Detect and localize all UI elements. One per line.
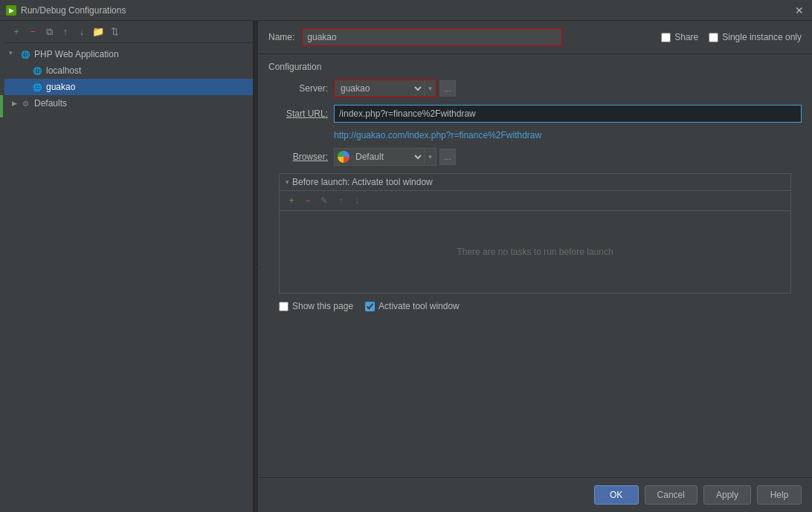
browser-dropdown-container: Default Chrome Firefox ▼ … [334,148,456,166]
config-tree: ▾ 🌐 PHP Web Application 🌐 localhost 🌐 gu… [4,43,253,512]
show-page-group: Show this page [279,301,353,311]
title-bar: ▶ Run/Debug Configurations ✕ [0,0,812,21]
remove-config-button[interactable]: − [25,25,40,39]
left-edge-accent [0,95,3,117]
move-down-button[interactable]: ↓ [74,25,89,39]
share-checkbox-group: Share [661,32,698,42]
guakao-icon: 🌐 [31,81,43,93]
cancel-button[interactable]: Cancel [645,485,697,505]
ok-button[interactable]: OK [594,485,639,505]
bl-up-button[interactable]: ↑ [333,193,348,208]
single-instance-label: Single instance only [722,32,802,42]
expand-icon: ▾ [9,49,19,59]
start-url-label: Start URL: [268,108,328,119]
localhost-icon: 🌐 [31,65,43,77]
browser-select[interactable]: Default Chrome Firefox [349,149,424,165]
share-label: Share [674,32,698,42]
server-label: Server: [268,83,328,94]
server-dropdown-container: guakao localhost ▼ … [334,80,456,97]
before-launch-content: There are no tasks to run before launch [280,211,790,293]
before-launch-toolbar: + − ✎ ↑ ↓ [280,191,790,211]
title-bar-left: ▶ Run/Debug Configurations [6,5,126,16]
guakao-label: guakao [46,82,75,92]
apply-button[interactable]: Apply [703,485,751,505]
browser-select-wrapper: Default Chrome Firefox ▼ [334,148,436,166]
close-button[interactable]: ✕ [793,4,806,17]
single-instance-checkbox-group: Single instance only [709,32,802,42]
tree-item-defaults[interactable]: ▶ ⚙ Defaults [4,95,253,111]
activate-window-checkbox[interactable] [365,302,375,311]
right-panel: Name: Share Single instance only Configu… [258,21,812,512]
footer: OK Cancel Apply Help [258,477,812,512]
add-config-button[interactable]: + [9,25,24,39]
bottom-checks: Show this page Activate tool window [268,294,802,319]
server-dropdown-arrow[interactable]: ▼ [424,80,436,97]
server-select[interactable]: guakao localhost [335,80,424,97]
start-url-row: Start URL: [268,105,802,123]
tree-item-localhost[interactable]: 🌐 localhost [4,62,253,79]
name-label: Name: [268,32,294,42]
defaults-icon: ⚙ [19,97,31,109]
server-select-wrapper: guakao localhost ▼ [334,80,436,97]
tree-item-guakao[interactable]: 🌐 guakao [4,79,253,95]
bl-edit-button[interactable]: ✎ [317,193,332,208]
app-icon: ▶ [6,5,16,16]
config-toolbar: + − ⧉ ↑ ↓ 📁 ⇅ [4,21,253,43]
php-web-label: PHP Web Application [34,49,119,59]
activate-window-label: Activate tool window [378,301,460,311]
browser-label: Browser: [268,152,328,162]
config-section-title: Configuration [268,62,802,72]
start-url-link[interactable]: http://guakao.com/index.php?r=finance%2F… [334,130,802,140]
localhost-label: localhost [46,65,81,76]
browser-row: Browser: Default Chrome Firefox ▼ … [268,148,802,166]
no-tasks-text: There are no tasks to run before launch [457,247,613,257]
server-dots-button[interactable]: … [439,80,456,97]
share-checkbox[interactable] [661,33,671,42]
move-up-button[interactable]: ↑ [58,25,73,39]
name-right-options: Share Single instance only [661,32,802,42]
copy-config-button[interactable]: ⧉ [42,25,57,39]
config-section: Configuration Server: guakao localhost ▼… [258,54,812,477]
main-layout: + − ⧉ ↑ ↓ 📁 ⇅ ▾ 🌐 PHP Web Application 🌐 … [0,21,812,512]
before-launch-header[interactable]: ▾ Before launch: Activate tool window [280,174,790,191]
defaults-label: Defaults [34,98,67,108]
sort-button[interactable]: ⇅ [107,25,122,39]
window-title: Run/Debug Configurations [21,5,126,16]
tree-group-php-web[interactable]: ▾ 🌐 PHP Web Application [4,46,253,62]
show-page-label: Show this page [292,301,353,311]
name-row: Name: Share Single instance only [258,21,812,54]
left-panel: + − ⧉ ↑ ↓ 📁 ⇅ ▾ 🌐 PHP Web Application 🌐 … [4,21,254,512]
left-edge [0,21,4,512]
folder-button[interactable]: 📁 [91,25,106,39]
browser-dropdown-arrow[interactable]: ▼ [424,149,436,165]
bl-add-button[interactable]: + [284,193,299,208]
bl-down-button[interactable]: ↓ [349,193,364,208]
server-row: Server: guakao localhost ▼ … [268,80,802,97]
activate-window-group: Activate tool window [365,301,460,311]
php-web-icon: 🌐 [19,48,31,60]
start-url-input[interactable] [334,105,802,123]
before-launch-section: ▾ Before launch: Activate tool window + … [279,173,791,294]
bl-remove-button[interactable]: − [300,193,315,208]
show-page-checkbox[interactable] [279,302,289,311]
browser-dots-button[interactable]: … [439,149,456,165]
before-launch-label: Before launch: Activate tool window [292,177,433,187]
single-instance-checkbox[interactable] [709,33,718,42]
before-launch-collapse-icon: ▾ [286,178,289,186]
before-launch-title: Before launch: Activate tool window [292,177,433,187]
defaults-expand-icon: ▶ [9,98,19,108]
name-input[interactable] [302,28,562,46]
browser-chrome-icon [338,151,349,163]
help-button[interactable]: Help [757,485,802,505]
